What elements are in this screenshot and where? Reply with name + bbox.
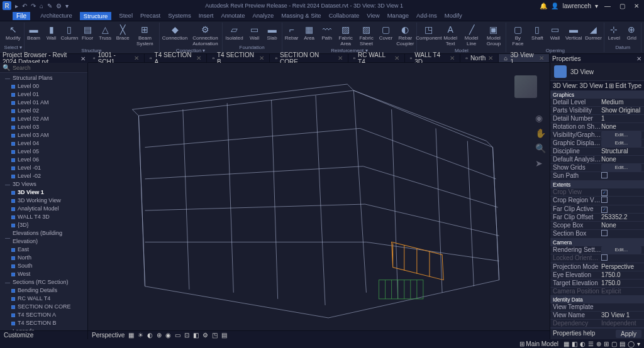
ribbon-tool-beam[interactable]: ▬Beam bbox=[26, 23, 42, 48]
ribbon-tool-rebar[interactable]: ⌐Rebar bbox=[284, 23, 300, 48]
ribbon-tool-cover[interactable]: ▢Cover bbox=[377, 23, 394, 48]
tree-item[interactable]: T4 SECTION A bbox=[0, 311, 87, 319]
ribbon-tool-level[interactable]: ⊹Level bbox=[606, 23, 622, 45]
view-scale[interactable]: Perspective bbox=[92, 332, 125, 339]
prop-row[interactable]: DependencyIndependent bbox=[550, 320, 644, 328]
tree-item[interactable]: Level 02 bbox=[0, 107, 87, 115]
menu-precast[interactable]: Precast bbox=[140, 12, 160, 20]
ribbon-tool-wall[interactable]: ▮Wall bbox=[43, 23, 60, 48]
status-icon[interactable]: ◧ bbox=[572, 340, 577, 347]
menu-manage[interactable]: Manage bbox=[387, 12, 409, 20]
ribbon-tool-vertical[interactable]: ▬Vertical bbox=[564, 23, 582, 48]
ribbon-tool-model[interactable]: ╱Model Line bbox=[462, 23, 482, 48]
tree-item[interactable]: Level 04 bbox=[0, 139, 87, 148]
ribbon-tool-floor[interactable]: ▤Floor bbox=[79, 23, 96, 48]
user-avatar[interactable]: 👤 bbox=[551, 3, 558, 9]
minimize-button[interactable]: — bbox=[602, 3, 613, 9]
tree-item[interactable]: North bbox=[0, 254, 87, 262]
prop-row[interactable]: Rendering SettingsEdit... bbox=[550, 246, 644, 254]
close-tab-icon[interactable]: ✕ bbox=[394, 55, 399, 62]
tree-item[interactable]: Level 01 bbox=[0, 90, 87, 99]
tree-item[interactable]: {3D} bbox=[0, 221, 87, 229]
prop-row[interactable]: Detail Number1 bbox=[550, 115, 644, 123]
close-tab-icon[interactable]: ✕ bbox=[539, 55, 544, 62]
prop-row[interactable]: Detail LevelMedium bbox=[550, 99, 644, 107]
menu-modify[interactable]: Modify bbox=[445, 12, 462, 20]
ribbon-tool-path[interactable]: 〰Path bbox=[319, 23, 335, 48]
viewbar-icon[interactable]: ◧ bbox=[193, 332, 199, 339]
prop-row[interactable]: Sun Path bbox=[550, 172, 644, 181]
prop-row[interactable]: Visibility/Graphics O...Edit... bbox=[550, 131, 644, 139]
menu-steel[interactable]: Steel bbox=[119, 12, 133, 20]
help-icon[interactable]: ▾ bbox=[595, 3, 598, 9]
menu-analyze[interactable]: Analyze bbox=[252, 12, 274, 20]
prop-row[interactable]: Default Analysis Disp...None bbox=[550, 156, 644, 164]
nav-steering-icon[interactable]: ◉ bbox=[535, 113, 546, 123]
prop-row[interactable]: Scope BoxNone bbox=[550, 222, 644, 230]
menu-file[interactable]: File bbox=[13, 12, 30, 20]
maximize-button[interactable]: ▢ bbox=[617, 3, 628, 9]
tree-item[interactable]: T4 SECTION B bbox=[0, 319, 87, 327]
nav-orbit-icon[interactable]: ➤ bbox=[535, 158, 546, 168]
tree-item[interactable]: 3D View 1 bbox=[0, 188, 87, 197]
qat-icon[interactable]: ⚙ bbox=[56, 3, 62, 9]
properties-type-selector[interactable]: 3D View: 3D View 1 ⊞ Edit Type bbox=[550, 81, 644, 91]
ribbon-tool-rebar[interactable]: ◐Rebar Coupler bbox=[395, 23, 415, 48]
notification-icon[interactable]: 🔔 bbox=[540, 3, 547, 9]
menu-architecture[interactable]: Architecture bbox=[40, 12, 72, 20]
ribbon-tool-grid[interactable]: ⊕Grid bbox=[623, 23, 640, 45]
prop-row[interactable]: Crop Region Visible bbox=[550, 197, 644, 205]
menu-view[interactable]: View bbox=[367, 12, 379, 20]
tree-item[interactable]: RC WALL T4 bbox=[0, 295, 87, 303]
tree-group[interactable]: Structural Plans bbox=[0, 74, 87, 82]
view-tab[interactable]: ▫RC WALL T4✕ bbox=[348, 54, 405, 62]
status-icon[interactable]: ⊕ bbox=[596, 340, 601, 347]
close-tab-icon[interactable]: ✕ bbox=[450, 55, 455, 62]
menu-massing[interactable]: Massing & Site bbox=[281, 12, 321, 20]
qat-icon[interactable]: ▸ bbox=[15, 3, 18, 9]
ribbon-tool-model[interactable]: AModel Text bbox=[440, 23, 460, 48]
menu-annotate[interactable]: Annotate bbox=[221, 12, 245, 20]
tree-item[interactable]: SECTION ON CORE bbox=[0, 303, 87, 311]
qat-icon[interactable]: ✎ bbox=[47, 3, 52, 9]
tree-item[interactable]: Level 00 bbox=[0, 82, 87, 90]
tree-group[interactable]: Sections (RC Section) bbox=[0, 278, 87, 286]
tree-group[interactable]: 3D Views bbox=[0, 180, 87, 188]
tree-item[interactable]: WALL T4 3D bbox=[0, 213, 87, 221]
prop-row[interactable]: Eye Elevation1750.0 bbox=[550, 271, 644, 280]
prop-row[interactable]: Camera PositionExplicit bbox=[550, 288, 644, 296]
ribbon-tool-model[interactable]: ▣Model Group bbox=[483, 23, 505, 48]
tree-item[interactable]: 3D Working View bbox=[0, 197, 87, 205]
status-icon[interactable]: ▤ bbox=[619, 340, 625, 347]
close-properties-icon[interactable]: ✕ bbox=[636, 55, 641, 62]
close-tab-icon[interactable]: ✕ bbox=[196, 55, 201, 62]
view-tab[interactable]: ▫T4 SECTION A✕ bbox=[145, 54, 207, 62]
ribbon-tool-area[interactable]: ▦Area bbox=[301, 23, 318, 48]
customize-label[interactable]: Customize bbox=[4, 332, 33, 339]
apply-button[interactable]: Apply bbox=[616, 330, 641, 338]
ribbon-tool-dormer[interactable]: ◢Dormer bbox=[584, 23, 603, 48]
viewbar-icon[interactable]: ⚙ bbox=[203, 332, 208, 339]
status-icon[interactable]: ◯ bbox=[628, 340, 635, 347]
ribbon-tool-modify[interactable]: ↖Modify bbox=[4, 23, 23, 45]
tree-group[interactable]: Elevations (Building Elevation) bbox=[0, 229, 87, 246]
ribbon-tool-brace[interactable]: ╳Brace bbox=[114, 23, 131, 48]
prop-row[interactable]: Locked Orientation bbox=[550, 254, 644, 263]
prop-row[interactable]: Graphic Display Opti...Edit... bbox=[550, 139, 644, 148]
ribbon-tool-by[interactable]: ▢By Face bbox=[508, 23, 528, 48]
prop-row[interactable]: Parts VisibilityShow Original bbox=[550, 107, 644, 115]
qat-icon[interactable]: ↶ bbox=[22, 3, 27, 9]
close-tab-icon[interactable]: ✕ bbox=[134, 55, 139, 62]
status-icon[interactable]: ▾ bbox=[637, 340, 640, 347]
properties-help-link[interactable]: Properties help bbox=[553, 330, 595, 338]
tree-item[interactable]: West bbox=[0, 270, 87, 278]
ribbon-tool-connection[interactable]: ⚙Connection Automation bbox=[190, 23, 220, 48]
view-tab[interactable]: ▫T4 SECTION B✕ bbox=[207, 54, 270, 62]
viewbar-icon[interactable]: ⊕ bbox=[157, 332, 162, 339]
tree-item[interactable]: Level 03 bbox=[0, 123, 87, 131]
viewbar-icon[interactable]: ◉ bbox=[165, 332, 171, 339]
prop-row[interactable]: Projection ModePerspective bbox=[550, 263, 644, 271]
tree-item[interactable]: Level 03 AM bbox=[0, 131, 87, 139]
ribbon-tool-wall[interactable]: ▭Wall bbox=[247, 23, 263, 45]
prop-row[interactable]: View Template bbox=[550, 303, 644, 312]
